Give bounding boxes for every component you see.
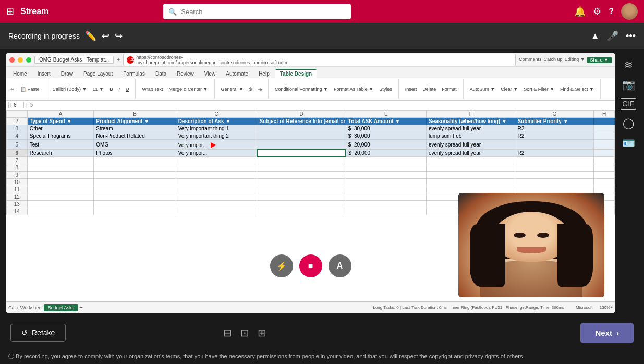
col-desc-ask[interactable]: Description of Ask ▼ [176,118,257,125]
screen-opt-3[interactable]: ⊞ [258,326,266,339]
rp-gif-icon[interactable]: GIF [621,98,636,110]
sheet-tab-budget[interactable]: Budget Asks [44,304,78,311]
ribbon-tab-home[interactable]: Home [8,69,32,78]
browser-url-bar[interactable]: 14:32 https://contosodrones-my.sharepoin… [123,54,516,66]
editing-btn[interactable]: Editing ▼ [565,57,585,63]
cell-6-a[interactable]: Research [27,150,94,157]
ribbon-tab-automate[interactable]: Automate [221,69,253,78]
ribbon-tab-insert[interactable]: Insert [33,69,55,78]
ribbon-tab-view[interactable]: View [200,69,221,78]
ribbon-tab-draw[interactable]: Draw [56,69,78,78]
font-size[interactable]: 11 ▼ [90,86,105,93]
grid-icon[interactable]: ⊞ [6,6,14,17]
cell-3-d[interactable] [257,125,346,132]
format-as-table-btn[interactable]: Format As Table ▼ [332,86,375,93]
font-selector[interactable]: Calibri (Body) ▼ [51,86,89,93]
currency-btn[interactable]: $ [247,86,254,93]
merge-center-btn[interactable]: Merge & Center ▼ [167,86,210,93]
screen-opt-2[interactable]: ⊡ [240,326,249,339]
retake-button[interactable]: ↺ Retake [10,324,66,342]
cell-3-b[interactable]: Stream [94,125,176,132]
cell-6-g[interactable]: R2 [515,150,594,157]
cell-4-g[interactable]: R2 [515,132,594,140]
cell-5-a[interactable]: Test [27,140,94,150]
redo-icon[interactable]: ↪ [115,30,123,42]
browser-max-btn[interactable] [26,57,31,63]
number-format[interactable]: General ▼ [219,86,246,93]
browser-close-btn[interactable] [9,57,15,63]
cell-4-e[interactable]: $ 30,000 [346,132,426,140]
cell-3-a[interactable]: Other [27,125,94,132]
col-total-ask[interactable]: Total ASK Amount ▼ [346,118,426,125]
col-product-align[interactable]: Product Alignment ▼ [94,118,176,125]
clear-btn[interactable]: Clear ▼ [499,86,520,93]
format-btn[interactable]: Format [440,86,459,93]
undo-btn[interactable]: ↩ [8,86,17,93]
cell-5-d[interactable] [257,140,346,150]
cell-6-f[interactable]: evenly spread full year [426,150,515,157]
settings-icon[interactable]: ⚙ [593,6,601,17]
paste-btn[interactable]: 📋 Paste [18,86,42,93]
col-submitter[interactable]: Submitter Priority ▼ [515,118,594,125]
ribbon-tab-tabledesign[interactable]: Table Design [275,69,317,78]
ribbon-tab-data[interactable]: Data [151,69,171,78]
cell-4-d[interactable] [257,132,346,140]
rp-id-icon[interactable]: 🪪 [622,137,635,149]
cell-5-b[interactable]: OMG [94,140,176,150]
cell-6-b[interactable]: Photos [94,150,176,157]
rp-camera-icon[interactable]: 📷 [622,78,635,91]
next-button[interactable]: Next › [580,323,634,343]
conditional-format-btn[interactable]: Conditional Formatting ▼ [273,86,330,93]
new-tab-icon[interactable]: + [117,57,120,63]
cell-6-d-selected[interactable] [257,150,346,157]
delete-btn[interactable]: Delete [420,86,438,93]
cell-styles-btn[interactable]: Styles [377,86,394,93]
cell-4-b[interactable]: Non-Product Related [94,132,176,140]
italic-btn[interactable]: I [116,86,122,93]
layout-icon[interactable]: ▲ [590,31,600,42]
ribbon-tab-help[interactable]: Help [254,69,274,78]
col-seasonality[interactable]: Seasonality (when/how long) ▼ [426,118,515,125]
help-icon[interactable]: ? [609,7,614,16]
cell-5-f[interactable]: evenly spread full year [426,140,515,150]
percent-btn[interactable]: % [256,86,264,93]
ink-icon[interactable]: ✏️ [85,30,96,42]
sheet-tab-calc[interactable]: Calc. Worksheet [8,305,43,310]
col-subject[interactable]: Subject of Reference Info (email or othe… [257,118,346,125]
screen-opt-1[interactable]: ⊟ [223,326,232,339]
more-icon[interactable]: ••• [626,31,636,42]
avatar[interactable] [621,3,638,20]
add-sheet-btn[interactable]: + [79,304,83,311]
ribbon-tab-pagelayout[interactable]: Page Layout [79,69,117,78]
cell-ref[interactable]: F6 [8,102,24,108]
rp-circle-icon[interactable]: ◯ [623,117,634,129]
cell-4-a[interactable]: Special Programs [27,132,94,140]
cell-3-e[interactable]: $ 30,000 [346,125,426,132]
cell-5-e[interactable]: $ 20,000 [346,140,426,150]
stop-btn[interactable]: ■ [299,254,322,277]
cell-5-c[interactable]: Very impor... ▶ [176,140,257,150]
browser-tab[interactable]: OMG Budget Asks - Templat... [34,56,114,64]
rp-waveform-icon[interactable]: ≋ [624,58,633,71]
ribbon-tab-review[interactable]: Review [172,69,199,78]
cell-6-e[interactable]: $ 20,000 [346,150,426,157]
bell-icon[interactable]: 🔔 [574,6,586,17]
autosum-btn[interactable]: AutoSum ▼ [468,86,497,93]
mic-icon[interactable]: 🎤 [607,30,618,42]
cell-3-c[interactable]: Very important thing 1 [176,125,257,132]
sort-filter-btn[interactable]: Sort & Filter ▼ [521,86,556,93]
comments-btn[interactable]: Comments [519,57,542,63]
underline-btn[interactable]: U [124,86,131,93]
bold-btn[interactable]: B [107,86,115,93]
ribbon-tab-formulas[interactable]: Formulas [118,69,150,78]
cell-3-f[interactable]: evenly spread full year [426,125,515,132]
scene-btn[interactable]: ⚡ [270,254,293,277]
find-select-btn[interactable]: Find & Select ▼ [558,86,596,93]
col-type-of-spend[interactable]: Type of Spend ▼ [27,118,94,125]
cell-3-g[interactable]: R2 [515,125,594,132]
cell-4-c[interactable]: Very important thing 2 [176,132,257,140]
browser-min-btn[interactable] [18,57,23,63]
undo-icon[interactable]: ↩ [102,30,110,42]
text-btn[interactable]: A [329,254,351,277]
share-btn[interactable]: Share ▼ [587,57,612,63]
